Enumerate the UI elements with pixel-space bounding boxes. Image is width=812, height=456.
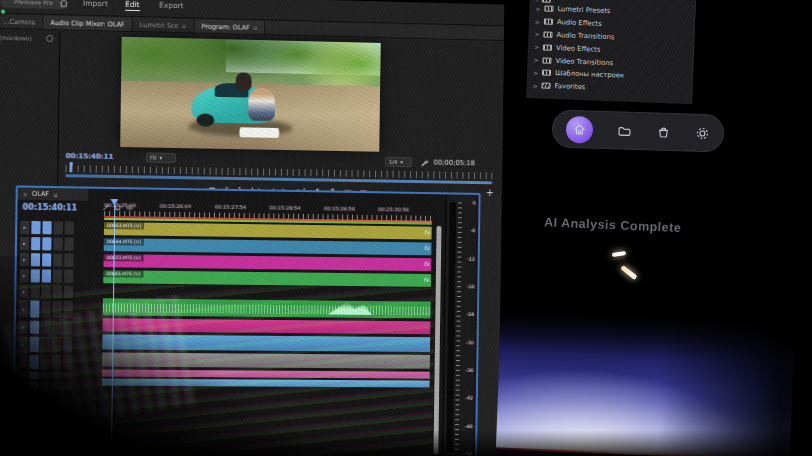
nav-home-button[interactable]: [566, 115, 594, 143]
video-clip[interactable]: 00853.MTS [V] fx: [104, 222, 432, 240]
track-target-toggle[interactable]: [31, 253, 40, 266]
track-toggle[interactable]: [52, 355, 61, 369]
settings-wrench-icon[interactable]: [420, 158, 429, 167]
chevron-right-icon[interactable]: >: [533, 56, 538, 63]
menu-import[interactable]: Import: [83, 0, 108, 8]
panel-menu-icon[interactable]: ≡: [253, 24, 258, 31]
track-target-toggle[interactable]: [30, 337, 39, 352]
track-toggle[interactable]: [65, 221, 74, 234]
timeline-scrollbar[interactable]: [433, 226, 441, 455]
track-toggle[interactable]: [54, 221, 63, 234]
track-toggle[interactable]: [51, 382, 60, 389]
track-toggle[interactable]: [41, 337, 50, 352]
add-button[interactable]: +: [486, 187, 494, 198]
track-toggle[interactable]: [52, 337, 61, 352]
track-toggle[interactable]: ▸: [18, 355, 27, 369]
video-clip[interactable]: 00844.MTS [V] fx: [104, 238, 432, 255]
sequence-tab[interactable]: × OLAF ≡: [18, 187, 89, 200]
chevron-right-icon[interactable]: >: [534, 43, 539, 50]
track-toggle[interactable]: [64, 254, 73, 267]
track-target-toggle[interactable]: [29, 372, 38, 379]
track-toggle[interactable]: [64, 238, 73, 251]
track-toggle[interactable]: [41, 301, 50, 318]
video-track-group: 00853.MTS [V] fx 00844.MTS [V] fx 00823.…: [103, 222, 432, 287]
track-toggle[interactable]: [52, 301, 61, 318]
track-toggle[interactable]: [63, 321, 72, 334]
track-toggle[interactable]: [53, 270, 62, 283]
track-toggle[interactable]: [41, 321, 50, 334]
audio-clip-blue[interactable]: [102, 334, 430, 352]
tab-program[interactable]: Program: OLAF≡: [194, 19, 265, 34]
audio-clip-waveform[interactable]: [103, 298, 431, 318]
track-toggle[interactable]: [40, 382, 49, 389]
nav-folder-button[interactable]: [617, 123, 632, 138]
track-toggle[interactable]: ▸: [19, 269, 28, 282]
track-toggle[interactable]: [64, 286, 73, 298]
close-icon[interactable]: ×: [23, 190, 28, 197]
track-toggle[interactable]: ▸: [20, 237, 29, 250]
track-target-toggle[interactable]: [31, 237, 40, 250]
track-toggle[interactable]: [52, 321, 61, 334]
track-target-toggle[interactable]: [30, 321, 39, 334]
track-toggle[interactable]: [40, 372, 49, 379]
track-target-toggle[interactable]: [42, 237, 51, 250]
playback-resolution-select[interactable]: 1/4▾: [385, 157, 412, 167]
nav-shopping-bag-button[interactable]: [656, 124, 671, 139]
track-target-toggle[interactable]: [31, 221, 40, 234]
track-target-toggle[interactable]: [42, 269, 51, 282]
track-toggle[interactable]: [62, 382, 71, 389]
monitor-timecode[interactable]: 00:15:40:11: [66, 152, 114, 161]
track-target-toggle[interactable]: [29, 382, 38, 389]
track-toggle[interactable]: ▸: [19, 337, 28, 352]
track-toggle[interactable]: [30, 285, 39, 297]
track-headers[interactable]: ▸▸▸▸▸▸▸▸▸▸▸: [17, 221, 101, 456]
track-toggle[interactable]: ▸: [18, 372, 27, 379]
track-toggle[interactable]: [52, 372, 61, 379]
track-toggle[interactable]: [53, 253, 62, 266]
track-target-toggle[interactable]: [42, 253, 51, 266]
menu-edit[interactable]: Edit: [125, 0, 140, 11]
chevron-right-icon[interactable]: >: [535, 5, 540, 12]
tab-audio-clip-mixer[interactable]: Audio Clip Mixer: OLAF: [43, 16, 133, 31]
video-clip[interactable]: 00865.MTS [V] fx: [103, 270, 431, 287]
panel-menu-icon[interactable]: ≡: [181, 22, 186, 29]
menu-export[interactable]: Export: [159, 1, 184, 11]
audio-clip-gray[interactable]: [102, 352, 430, 368]
video-preview[interactable]: [120, 37, 381, 152]
track-toggle[interactable]: [63, 372, 72, 379]
track-toggle[interactable]: [63, 301, 72, 318]
audio-clip-thin[interactable]: [102, 370, 430, 379]
track-toggle[interactable]: [42, 286, 51, 298]
track-target-toggle[interactable]: [42, 221, 51, 234]
track-target-toggle[interactable]: [31, 269, 40, 282]
audio-clip-pink[interactable]: [103, 318, 431, 334]
track-toggle[interactable]: [63, 355, 72, 369]
track-toggle[interactable]: [64, 270, 73, 283]
nav-settings-button[interactable]: [695, 125, 710, 140]
track-toggle[interactable]: ▸: [19, 321, 28, 334]
track-toggle[interactable]: [53, 286, 62, 298]
track-toggle[interactable]: ▸: [20, 221, 29, 234]
loop-icon[interactable]: [46, 35, 53, 42]
track-toggle[interactable]: ▸: [19, 285, 28, 297]
tab-lumetri-scopes[interactable]: Lumetri Sco≡: [133, 18, 195, 33]
video-clip[interactable]: 00823.MTS [V] fx: [103, 254, 431, 271]
track-toggle[interactable]: [53, 237, 62, 250]
track-target-toggle[interactable]: [30, 301, 39, 318]
zoom-select[interactable]: Fit▾: [146, 152, 176, 163]
chevron-right-icon[interactable]: >: [535, 18, 540, 25]
chevron-right-icon[interactable]: >: [532, 82, 537, 89]
home-icon[interactable]: [59, 0, 69, 8]
audio-clip-thin[interactable]: [102, 379, 430, 388]
chevron-right-icon[interactable]: >: [533, 69, 538, 76]
panel-menu-icon[interactable]: ≡: [53, 191, 58, 198]
chevron-right-icon[interactable]: >: [534, 31, 539, 38]
tab-camera[interactable]: …Camera: [0, 15, 43, 29]
track-toggle[interactable]: ▸: [20, 253, 29, 266]
track-toggle[interactable]: [63, 337, 72, 352]
track-target-toggle[interactable]: [29, 355, 38, 369]
track-toggle[interactable]: ▸: [18, 382, 27, 389]
timeline-timecode[interactable]: 00:15:40:11: [23, 203, 78, 213]
track-toggle[interactable]: ▸: [19, 300, 28, 317]
track-toggle[interactable]: [41, 355, 50, 369]
